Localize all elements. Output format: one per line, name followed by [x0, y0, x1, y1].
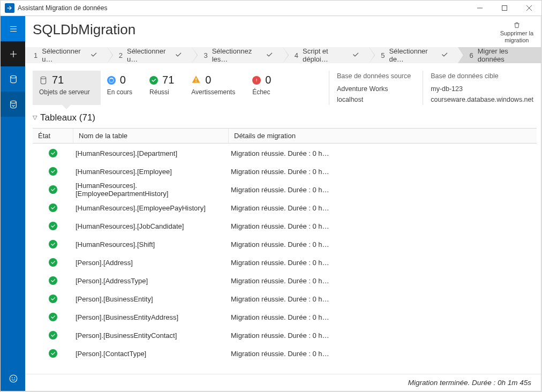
tables-section-header[interactable]: ▽ Tableaux (71)	[25, 110, 541, 127]
step-label: Sélectionner u…	[127, 47, 173, 63]
check-icon	[441, 51, 448, 60]
stat-failed[interactable]: 0 Échec	[246, 71, 282, 105]
row-table-name: [HumanResources].[EmployeeDepartmentHist…	[73, 182, 229, 198]
row-status	[33, 349, 73, 358]
table-row[interactable]: [Person].[BusinessEntityContact]Migratio…	[33, 326, 537, 344]
row-details: Migration réussie. Durée : 0 h…	[229, 204, 537, 212]
step-number: 6	[470, 51, 473, 59]
row-status	[33, 295, 73, 303]
left-rail	[0, 16, 25, 391]
status-bar: Migration terminée. Durée : 0h 1m 45s	[25, 374, 541, 391]
svg-point-5	[14, 378, 14, 378]
migration-button[interactable]	[1, 92, 26, 117]
titlebar: Assistant Migration de données	[0, 0, 542, 16]
assessment-button[interactable]	[1, 66, 26, 92]
step-number: 2	[119, 51, 123, 59]
row-status	[33, 203, 73, 212]
table-row[interactable]: [HumanResources].[JobCandidate]Migration…	[33, 217, 537, 235]
tables-grid: État Nom de la table Détails de migratio…	[33, 127, 537, 374]
stat-progress-value: 0	[120, 74, 126, 86]
svg-point-2	[10, 101, 16, 103]
table-body[interactable]: [HumanResources].[Department]Migration r…	[33, 144, 537, 374]
hamburger-button[interactable]	[1, 16, 26, 41]
step-number: 5	[381, 51, 385, 59]
col-status-header[interactable]: État	[33, 129, 73, 143]
step-4[interactable]: 4Script et déploi…	[283, 47, 369, 63]
col-details-header[interactable]: Détails de migration	[229, 129, 537, 143]
fail-icon	[252, 76, 261, 85]
row-details: Migration réussie. Durée : 0 h…	[229, 313, 537, 321]
delete-migration-button[interactable]: Supprimer la migration	[500, 21, 533, 44]
success-icon	[49, 240, 57, 248]
row-details: Migration réussie. Durée : 0 h…	[229, 277, 537, 285]
check-icon	[90, 51, 97, 60]
step-1[interactable]: 1Sélectionner u…	[25, 47, 107, 63]
feedback-button[interactable]	[1, 366, 26, 391]
step-3[interactable]: 3Sélectionnez les…	[192, 47, 282, 63]
row-details: Migration réussie. Durée : 0 h…	[229, 259, 537, 267]
step-label: Script et déploi…	[303, 47, 350, 63]
step-number: 1	[34, 51, 37, 59]
stat-fail-value: 0	[265, 74, 271, 86]
table-row[interactable]: [HumanResources].[EmployeeDepartmentHist…	[33, 180, 537, 199]
steps-breadcrumb: 1Sélectionner u…2Sélectionner u…3Sélecti…	[25, 47, 541, 63]
check-icon	[352, 51, 359, 60]
row-status	[33, 185, 73, 194]
row-status	[33, 276, 73, 285]
table-row[interactable]: [Person].[Address]Migration réussie. Dur…	[33, 253, 537, 272]
row-status	[33, 240, 73, 248]
table-row[interactable]: [HumanResources].[Department]Migration r…	[33, 144, 537, 162]
svg-rect-10	[257, 81, 257, 82]
step-2[interactable]: 2Sélectionner u…	[107, 47, 192, 63]
row-status	[33, 258, 73, 267]
page-title: SQLDbMigration	[33, 21, 136, 38]
stat-objects-value: 71	[52, 74, 64, 86]
delete-migration-label: Supprimer la migration	[500, 30, 533, 43]
stat-progress-label: En cours	[107, 88, 132, 96]
table-row[interactable]: [Person].[AddressType]Migration réussie.…	[33, 272, 537, 290]
svg-point-3	[10, 375, 17, 382]
table-header: État Nom de la table Détails de migratio…	[33, 128, 537, 144]
app-icon	[5, 3, 14, 13]
close-button[interactable]	[517, 0, 541, 16]
stat-success[interactable]: 71 Réussi	[143, 71, 185, 105]
maximize-button[interactable]	[492, 0, 517, 16]
col-name-header[interactable]: Nom de la table	[73, 129, 229, 143]
row-details: Migration réussie. Durée : 0 h…	[229, 331, 537, 340]
progress-icon	[107, 76, 116, 85]
row-table-name: [HumanResources].[JobCandidate]	[73, 222, 229, 230]
row-details: Migration réussie. Durée : 0 h…	[229, 168, 537, 176]
stat-warn-value: 0	[205, 74, 211, 86]
table-row[interactable]: [Person].[BusinessEntity]Migration réuss…	[33, 290, 537, 308]
row-status	[33, 331, 73, 340]
success-icon	[49, 258, 57, 267]
stat-warn-label: Avertissements	[191, 88, 235, 96]
row-table-name: [HumanResources].[Employee]	[73, 168, 229, 176]
stat-in-progress[interactable]: 0 En cours	[101, 71, 143, 105]
table-row[interactable]: [HumanResources].[EmployeePayHistory]Mig…	[33, 199, 537, 217]
row-status	[33, 149, 73, 157]
tables-section-title: Tableaux (71)	[40, 112, 95, 123]
trash-icon	[513, 21, 521, 29]
step-5[interactable]: 5Sélectionner de…	[369, 47, 457, 63]
table-row[interactable]: [HumanResources].[Employee]Migration réu…	[33, 162, 537, 180]
new-button[interactable]	[1, 41, 26, 66]
svg-rect-8	[196, 81, 197, 82]
collapse-icon: ▽	[33, 114, 37, 121]
table-row[interactable]: [HumanResources].[Shift]Migration réussi…	[33, 235, 537, 253]
step-6[interactable]: 6Migrer les données	[458, 47, 541, 63]
database-icon	[39, 76, 48, 85]
row-details: Migration réussie. Durée : 0 h…	[229, 240, 537, 248]
stat-warnings[interactable]: 0 Avertissements	[185, 71, 246, 105]
stat-objects-label: Objets de serveur	[39, 88, 90, 96]
window-title: Assistant Migration de données	[18, 4, 107, 12]
row-table-name: [Person].[ContactType]	[73, 350, 229, 358]
stat-objects[interactable]: 71 Objets de serveur	[33, 71, 101, 105]
svg-point-6	[41, 77, 46, 79]
stats-row: 71 Objets de serveur 0 En cours 71 Réuss…	[25, 63, 541, 110]
minimize-button[interactable]	[468, 0, 492, 16]
success-icon	[49, 295, 57, 303]
check-icon	[266, 51, 273, 60]
table-row[interactable]: [Person].[ContactType]Migration réussie.…	[33, 344, 537, 363]
table-row[interactable]: [Person].[BusinessEntityAddress]Migratio…	[33, 308, 537, 326]
